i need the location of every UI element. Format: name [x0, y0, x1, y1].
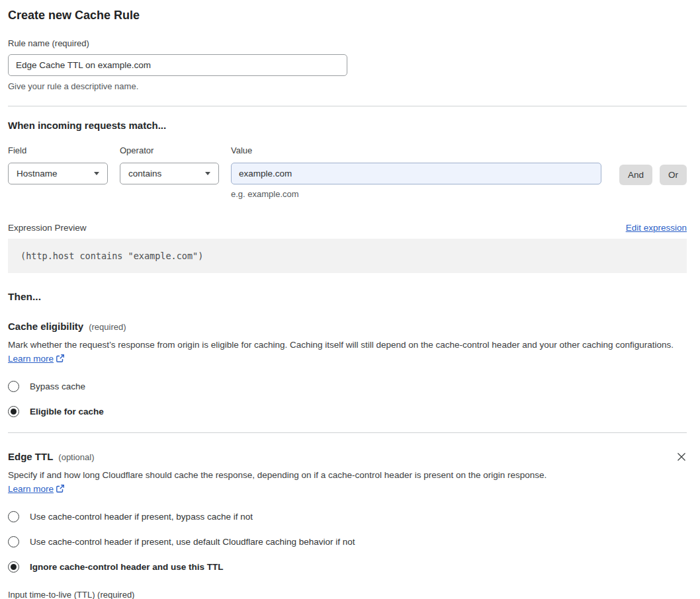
page-title: Create new Cache Rule — [8, 9, 687, 22]
radio-button-selected-icon[interactable] — [8, 406, 19, 417]
value-helper: e.g. example.com — [231, 189, 601, 199]
expression-builder-row: Field Hostname Operator contains Value e… — [8, 145, 687, 199]
then-heading: Then... — [8, 291, 687, 303]
radio-option-use-header-bypass[interactable]: Use cache-control header if present, byp… — [8, 511, 687, 522]
field-label: Field — [8, 145, 108, 155]
radio-option-bypass-cache[interactable]: Bypass cache — [8, 381, 687, 392]
operator-select-value: contains — [128, 169, 161, 179]
cache-eligibility-qualifier: (required) — [89, 322, 126, 332]
edge-ttl-qualifier: (optional) — [58, 452, 94, 462]
operator-group: Operator contains — [120, 145, 219, 184]
match-heading: When incoming requests match... — [8, 120, 687, 131]
ttl-input-label: Input time-to-live (TTL) (required) — [8, 590, 687, 599]
radio-button-icon[interactable] — [8, 381, 19, 392]
cache-eligibility-learn-more-link[interactable]: Learn more — [8, 354, 54, 364]
close-icon[interactable] — [676, 452, 687, 462]
radio-option-use-header-default[interactable]: Use cache-control header if present, use… — [8, 536, 687, 547]
edge-ttl-description-text: Specify if and how long Cloudflare shoul… — [8, 470, 547, 480]
rule-name-input[interactable] — [8, 54, 347, 76]
field-select-value: Hostname — [17, 169, 58, 179]
radio-option-label: Use cache-control header if present, use… — [30, 537, 355, 547]
edge-ttl-description: Specify if and how long Cloudflare shoul… — [8, 468, 564, 497]
edge-ttl-heading-row: Edge TTL (optional) — [8, 451, 687, 462]
and-or-buttons: And Or — [612, 165, 687, 185]
edit-expression-link[interactable]: Edit expression — [626, 223, 687, 233]
and-button[interactable]: And — [619, 165, 652, 185]
radio-option-ignore-header-use-ttl[interactable]: Ignore cache-control header and use this… — [8, 561, 687, 573]
create-cache-rule-page: Create new Cache Rule Rule name (require… — [0, 0, 700, 599]
or-button[interactable]: Or — [660, 165, 687, 185]
expression-preview-label: Expression Preview — [8, 223, 87, 233]
operator-select[interactable]: contains — [120, 163, 219, 184]
external-link-icon — [56, 485, 65, 495]
external-link-icon — [56, 355, 65, 365]
rule-name-helper: Give your rule a descriptive name. — [8, 81, 687, 91]
edge-ttl-learn-more-link[interactable]: Learn more — [8, 484, 54, 494]
chevron-down-icon — [94, 172, 99, 175]
expression-preview-row: Expression Preview Edit expression — [8, 223, 687, 233]
value-input[interactable] — [231, 163, 601, 184]
field-select[interactable]: Hostname — [8, 163, 108, 184]
value-group: Value e.g. example.com — [231, 145, 601, 199]
edge-ttl-heading: Edge TTL — [8, 451, 53, 462]
section-divider — [8, 106, 687, 106]
radio-button-selected-icon[interactable] — [8, 561, 19, 573]
radio-option-eligible-for-cache[interactable]: Eligible for cache — [8, 406, 687, 417]
section-divider — [8, 432, 687, 433]
rule-name-label: Rule name (required) — [8, 38, 687, 48]
radio-button-icon[interactable] — [8, 511, 19, 522]
cache-eligibility-heading: Cache eligibility — [8, 321, 83, 332]
value-label: Value — [231, 145, 601, 155]
radio-option-label: Eligible for cache — [30, 407, 104, 417]
radio-button-icon[interactable] — [8, 536, 19, 547]
radio-option-label: Bypass cache — [30, 381, 85, 391]
operator-label: Operator — [120, 145, 219, 155]
cache-eligibility-heading-row: Cache eligibility (required) — [8, 321, 687, 332]
field-group: Field Hostname — [8, 145, 108, 184]
rule-name-group: Rule name (required) Give your rule a de… — [8, 38, 687, 91]
cache-eligibility-description: Mark whether the request’s response from… — [8, 338, 675, 367]
cache-eligibility-description-text: Mark whether the request’s response from… — [8, 340, 674, 350]
radio-option-label: Ignore cache-control header and use this… — [30, 562, 224, 572]
radio-option-label: Use cache-control header if present, byp… — [30, 512, 253, 522]
expression-preview-code: (http.host contains "example.com") — [8, 239, 687, 273]
chevron-down-icon — [205, 172, 210, 175]
